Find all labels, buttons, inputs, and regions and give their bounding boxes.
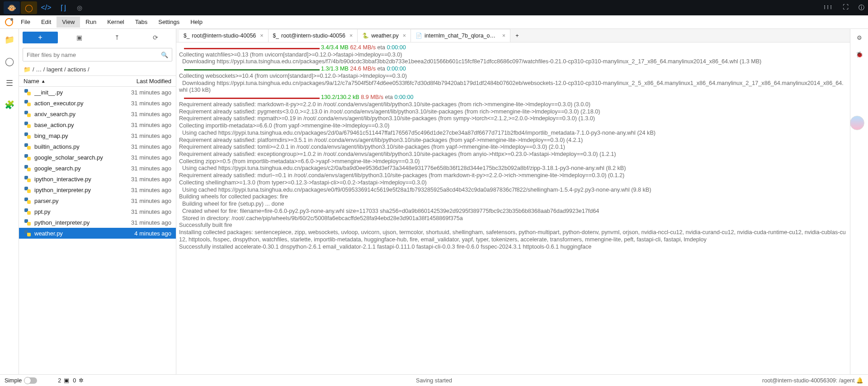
terminal-output[interactable]: 3.4/3.4 MB 62.4 MB/s eta 0:00:00Collecti…	[176, 42, 850, 374]
menu-kernel[interactable]: Kernel	[102, 16, 130, 28]
monitor-icon[interactable]: ⛶	[843, 4, 849, 12]
app-icon-code[interactable]: </>	[38, 1, 54, 14]
info-icon[interactable]: ⓘ	[859, 4, 864, 12]
file-row[interactable]: action_executor.py31 minutes ago	[19, 98, 176, 108]
menu-help[interactable]: Help	[185, 16, 208, 28]
tab[interactable]: 🐍weather.py×	[358, 29, 411, 42]
doc-icon: 📄	[415, 33, 422, 39]
status-zero: 0	[73, 377, 76, 384]
python-file-icon	[24, 121, 32, 129]
python-file-icon	[24, 207, 32, 216]
close-icon[interactable]: ×	[349, 33, 353, 39]
close-icon[interactable]: ×	[260, 33, 263, 39]
debug-icon[interactable]: 🐞	[856, 51, 863, 58]
topbar: 🐵 ◯ </> ⌈⌋ ◎ ⫶⫶⫶ ⛶ ⓘ	[0, 0, 868, 15]
menu-edit[interactable]: Edit	[36, 16, 57, 28]
python-file-icon	[24, 132, 32, 140]
file-row[interactable]: ipython_interactive.py31 minutes ago	[19, 174, 176, 184]
python-file-icon	[24, 218, 32, 226]
user-avatar[interactable]	[850, 116, 864, 130]
file-row[interactable]: builtin_actions.py31 minutes ago	[19, 141, 176, 152]
extensions-icon[interactable]: 🧩	[4, 99, 15, 110]
file-row[interactable]: google_search.py31 minutes ago	[19, 163, 176, 174]
file-row[interactable]: arxiv_search.py31 minutes ago	[19, 108, 176, 119]
kernel-status-icon[interactable]: ✲	[79, 377, 84, 384]
refresh-button[interactable]: ⟳	[139, 34, 172, 41]
breadcrumb[interactable]: 📁 / … / lagent / actions /	[19, 63, 176, 75]
toc-icon[interactable]: ☰	[4, 78, 15, 89]
left-rail: 📁 ◯ ☰ 🧩	[0, 29, 19, 374]
file-row[interactable]: google_scholar_search.py31 minutes ago	[19, 152, 176, 163]
menu-tabs[interactable]: Tabs	[130, 16, 153, 28]
python-file-icon	[24, 88, 32, 96]
file-browser: + ▣ ⤒ ⟳ 🔍 📁 / … / lagent / actions / Nam…	[19, 29, 176, 374]
python-file-icon	[24, 110, 32, 118]
file-row[interactable]: weather.py4 minutes ago	[19, 228, 176, 239]
file-row[interactable]: python_interpreter.py31 minutes ago	[19, 217, 176, 228]
status-count: 2	[58, 377, 61, 384]
statusbar: Simple 2 ▣ 0 ✲ Saving started root@inter…	[0, 374, 868, 386]
status-mode[interactable]: Simple	[5, 377, 22, 384]
file-list: __init__.py31 minutes agoaction_executor…	[19, 87, 176, 374]
search-icon: 🔍	[161, 52, 168, 58]
file-row[interactable]: ipython_interpreter.py31 minutes ago	[19, 184, 176, 195]
python-file-icon	[24, 197, 32, 205]
app-icon-1[interactable]: 🐵	[4, 1, 20, 14]
new-folder-button[interactable]: ▣	[62, 34, 96, 41]
folder-icon[interactable]: 📁	[4, 34, 15, 45]
python-file-icon	[24, 99, 32, 107]
menu-view[interactable]: View	[57, 16, 80, 28]
menu-file[interactable]: File	[15, 16, 36, 28]
new-launcher-button[interactable]: +	[23, 32, 58, 43]
tensorboard-icon[interactable]: ⫶⫶⫶	[823, 4, 833, 12]
upload-button[interactable]: ⤒	[100, 34, 134, 41]
settings-icon[interactable]: ⚙	[857, 34, 862, 41]
close-icon[interactable]: ×	[502, 33, 505, 39]
python-file-icon	[24, 175, 32, 183]
jupyter-logo	[3, 16, 15, 28]
python-file-icon	[24, 164, 32, 172]
python-file-icon	[24, 153, 32, 161]
running-icon[interactable]: ◯	[4, 56, 15, 67]
python-file-icon	[24, 142, 32, 151]
status-right: root@intern-studio-40056309: /agent	[762, 377, 855, 384]
compass-icon[interactable]: ◎	[77, 4, 82, 11]
add-tab-button[interactable]: +	[510, 29, 524, 42]
menu-run[interactable]: Run	[80, 16, 102, 28]
terminal-status-icon[interactable]: ▣	[64, 377, 69, 384]
tab[interactable]: $_root@intern-studio-40056×	[179, 29, 269, 42]
app-icon-jupyter[interactable]: ◯	[21, 1, 37, 14]
file-row[interactable]: __init__.py31 minutes ago	[19, 87, 176, 98]
tab[interactable]: 📄internlm_chat_7b_qlora_oa…×	[411, 29, 510, 42]
menu-settings[interactable]: Settings	[153, 16, 185, 28]
tabbar: $_root@intern-studio-40056×$_root@intern…	[176, 29, 850, 42]
python-file-icon	[24, 186, 32, 194]
search-input[interactable]	[27, 52, 161, 58]
search-input-wrapper: 🔍	[23, 48, 172, 61]
terminal-icon: $_	[184, 33, 189, 39]
python-file-icon	[24, 229, 32, 237]
terminal-icon: $_	[273, 33, 279, 39]
python-icon: 🐍	[362, 33, 369, 39]
file-row[interactable]: bing_map.py31 minutes ago	[19, 130, 176, 141]
col-modified[interactable]: Last Modified	[113, 76, 176, 86]
right-rail: ⚙ 🐞	[850, 29, 868, 374]
tab[interactable]: $_root@intern-studio-40056×	[269, 29, 358, 42]
close-icon[interactable]: ×	[403, 33, 406, 39]
col-name[interactable]: Name ▲	[19, 76, 113, 86]
file-row[interactable]: ppt.py31 minutes ago	[19, 206, 176, 217]
file-row[interactable]: base_action.py31 minutes ago	[19, 119, 176, 130]
status-center: Saving started	[416, 377, 452, 384]
app-icon-vscode[interactable]: ⌈⌋	[55, 1, 71, 14]
menubar: FileEditViewRunKernelTabsSettingsHelp	[0, 15, 868, 29]
mode-toggle[interactable]	[24, 377, 37, 384]
file-row[interactable]: parser.py31 minutes ago	[19, 195, 176, 206]
bell-icon[interactable]: 🔔	[856, 377, 863, 384]
